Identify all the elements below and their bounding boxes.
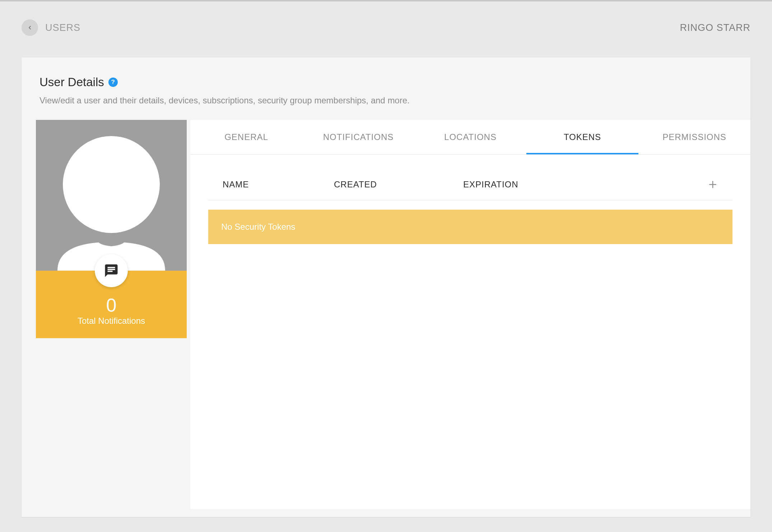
back-button[interactable] [22,19,38,36]
user-avatar-card: 0 Total Notifications [36,120,187,338]
notifications-button[interactable] [95,254,128,287]
tokens-table-header: NAME CREATED EXPIRATION [208,169,733,200]
notification-count: 0 [36,296,187,314]
column-header-created[interactable]: CREATED [334,179,463,190]
tab-notifications[interactable]: NOTIFICATIONS [302,120,414,154]
avatar-placeholder-icon [36,120,187,271]
help-icon[interactable]: ? [108,78,118,87]
current-user-name: RINGO STARR [680,22,750,33]
svg-point-1 [63,136,160,233]
page-subtitle: View/edit a user and their details, devi… [39,95,733,106]
message-icon [104,263,119,278]
plus-icon[interactable] [707,179,718,190]
user-details-panel: User Details ? View/edit a user and thei… [22,57,750,517]
breadcrumb[interactable]: USERS [45,22,80,33]
main-content: GENERAL NOTIFICATIONS LOCATIONS TOKENS P… [190,120,750,509]
page-title: User Details [39,75,104,89]
empty-state-message: No Security Tokens [208,210,733,244]
tab-general[interactable]: GENERAL [190,120,302,154]
chevron-left-icon [27,25,33,31]
avatar [36,120,187,271]
column-header-name[interactable]: NAME [223,179,334,190]
notification-label: Total Notifications [36,316,187,326]
tabs: GENERAL NOTIFICATIONS LOCATIONS TOKENS P… [190,120,750,155]
tab-permissions[interactable]: PERMISSIONS [638,120,750,154]
tab-locations[interactable]: LOCATIONS [414,120,526,154]
column-header-expiration[interactable]: EXPIRATION [463,179,704,190]
tab-tokens[interactable]: TOKENS [526,120,638,154]
top-bar: USERS RINGO STARR [22,19,750,36]
